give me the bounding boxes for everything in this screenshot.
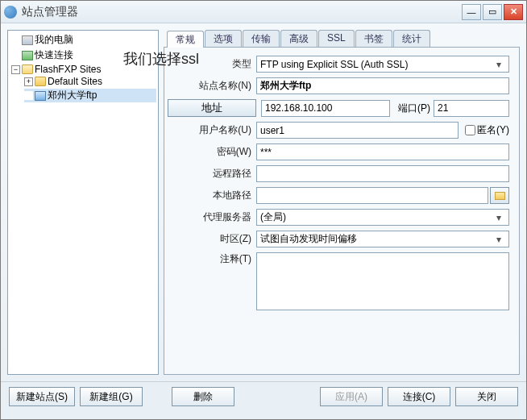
quick-connect-icon — [22, 51, 33, 60]
proxy-value: (全局) — [260, 210, 492, 224]
remote-path-label: 远程路径 — [168, 167, 256, 181]
tab-general[interactable]: 常规 — [167, 31, 204, 48]
proxy-label: 代理服务器 — [168, 210, 256, 224]
tree-default-sites[interactable]: +Default Sites — [24, 76, 156, 87]
new-group-button[interactable]: 新建组(G) — [80, 387, 143, 406]
tree-label: 我的电脑 — [35, 33, 73, 47]
folder-icon — [495, 192, 505, 200]
notes-textarea[interactable] — [256, 252, 509, 310]
remote-path-input[interactable] — [256, 165, 509, 182]
titlebar: 站点管理器 — ▭ ✕ — [1, 1, 526, 23]
tree-label: 快速连接 — [35, 48, 73, 62]
tree-label: Default Sites — [48, 76, 102, 87]
apply-button[interactable]: 应用(A) — [320, 387, 383, 406]
new-site-button[interactable]: 新建站点(S) — [9, 387, 75, 406]
tree-my-computer[interactable]: 我的电脑 — [11, 33, 156, 47]
local-path-label: 本地路径 — [168, 189, 256, 202]
anonymous-check-input[interactable] — [465, 125, 475, 135]
anonymous-checkbox[interactable]: 匿名(Y) — [465, 123, 509, 137]
tree-quick-connect[interactable]: 快速连接 — [11, 48, 156, 62]
tree-label: FlashFXP Sites — [35, 64, 101, 75]
timezone-select[interactable]: 试图自动发现时间偏移▾ — [256, 231, 509, 247]
tab-bookmarks[interactable]: 书签 — [355, 30, 392, 47]
port-label: 端口(P) — [398, 102, 430, 115]
tree-flashfxp-sites[interactable]: −FlashFXP Sites — [11, 64, 156, 75]
address-button[interactable]: 地址 — [168, 99, 256, 117]
port-input[interactable] — [434, 100, 509, 117]
close-dialog-button[interactable]: 关闭 — [455, 387, 518, 406]
footer-bar: 新建站点(S) 新建组(G) 删除 应用(A) 连接(C) 关闭 — [1, 381, 526, 411]
delete-button[interactable]: 删除 — [172, 387, 234, 406]
local-path-input[interactable] — [256, 187, 488, 204]
browse-local-button[interactable] — [490, 187, 509, 204]
type-label: 类型 — [168, 57, 256, 71]
details-pane: 我们选择ssl 常规 选项 传输 高级 SSL 书签 统计 类型 FTP usi… — [164, 30, 520, 375]
folder-icon — [35, 77, 46, 86]
site-tree[interactable]: 我的电脑 快速连接 −FlashFXP Sites +Default Sites… — [10, 32, 156, 104]
password-label: 密码(W) — [168, 145, 256, 159]
content-area: 我的电脑 快速连接 −FlashFXP Sites +Default Sites… — [1, 23, 526, 381]
minimize-button[interactable]: — — [462, 4, 481, 20]
chevron-down-icon: ▾ — [492, 212, 505, 223]
notes-label: 注释(T) — [168, 252, 256, 266]
chevron-down-icon: ▾ — [492, 234, 505, 245]
tab-options[interactable]: 选项 — [205, 30, 242, 47]
expand-icon[interactable]: + — [24, 77, 33, 86]
folder-open-icon — [22, 64, 33, 74]
window-buttons: — ▭ ✕ — [462, 4, 523, 20]
collapse-icon[interactable]: − — [11, 65, 20, 74]
site-name-input[interactable] — [256, 77, 509, 94]
site-name-label: 站点名称(N) — [168, 79, 256, 93]
tab-bar: 常规 选项 传输 高级 SSL 书签 统计 — [164, 30, 520, 48]
tree-label: 郑州大学ftp — [48, 89, 97, 102]
tab-stats[interactable]: 统计 — [393, 30, 430, 47]
window-title: 站点管理器 — [22, 5, 462, 19]
chevron-down-icon: ▾ — [492, 59, 505, 70]
connect-button[interactable]: 连接(C) — [388, 387, 450, 406]
type-value: FTP using Explicit SSL (Auth SSL) — [260, 59, 492, 70]
address-input[interactable] — [261, 100, 390, 117]
tree-zzu-ftp[interactable]: 郑州大学ftp — [24, 89, 156, 102]
anonymous-label: 匿名(Y) — [477, 123, 509, 137]
proxy-select[interactable]: (全局)▾ — [256, 209, 509, 226]
site-icon — [35, 91, 46, 101]
username-label: 用户名称(U) — [168, 123, 256, 137]
general-form: 类型 FTP using Explicit SSL (Auth SSL)▾ 站点… — [164, 48, 520, 375]
maximize-button[interactable]: ▭ — [483, 4, 502, 20]
type-select[interactable]: FTP using Explicit SSL (Auth SSL)▾ — [256, 56, 509, 73]
computer-icon — [22, 35, 33, 45]
site-manager-window: 站点管理器 — ▭ ✕ 我的电脑 快速连接 −FlashFXP Sites +D… — [0, 0, 527, 420]
timezone-value: 试图自动发现时间偏移 — [260, 232, 492, 246]
tab-transfer[interactable]: 传输 — [243, 30, 280, 47]
username-input[interactable] — [256, 122, 459, 139]
password-input[interactable] — [256, 143, 509, 160]
tab-ssl[interactable]: SSL — [318, 30, 355, 47]
tab-advanced[interactable]: 高级 — [280, 30, 317, 47]
close-button[interactable]: ✕ — [504, 4, 523, 20]
site-tree-pane: 我的电脑 快速连接 −FlashFXP Sites +Default Sites… — [7, 30, 159, 375]
app-icon — [4, 6, 17, 19]
timezone-label: 时区(Z) — [168, 232, 256, 246]
